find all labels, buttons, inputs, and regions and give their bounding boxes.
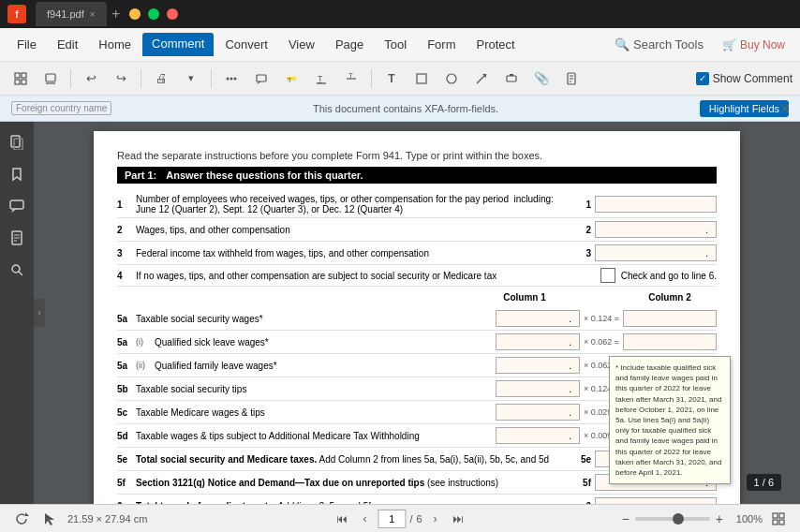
underline-tool[interactable]: T: [308, 66, 334, 92]
row-1-input[interactable]: [595, 196, 717, 213]
row-5ai-col2-input[interactable]: [623, 333, 717, 350]
row-6-input[interactable]: .: [595, 497, 717, 504]
show-comment-checkbox[interactable]: ✓: [696, 72, 709, 85]
row-5aii-sub: (ii): [136, 361, 155, 370]
undo-button[interactable]: ↩: [78, 66, 104, 92]
row-3-num-right: 3: [576, 248, 595, 259]
toolbar-icon-2[interactable]: [37, 66, 64, 92]
menu-comment[interactable]: Comment: [142, 33, 214, 56]
strikethrough-tool[interactable]: T: [338, 66, 364, 92]
maximize-button[interactable]: [148, 8, 159, 20]
part-label: Part 1:: [125, 170, 156, 181]
page-separator: /: [409, 513, 412, 525]
sidebar-attachments-icon[interactable]: [4, 225, 30, 251]
menu-form[interactable]: Form: [418, 34, 465, 55]
minimize-button[interactable]: [129, 8, 141, 20]
menu-page[interactable]: Page: [326, 34, 373, 55]
attach-tool[interactable]: 📎: [528, 66, 555, 92]
tab-close-icon[interactable]: ×: [90, 9, 96, 20]
prev-page-button[interactable]: ‹: [355, 510, 374, 528]
row-5c-label: Taxable Medicare wages & tips: [136, 407, 496, 418]
highlight-fields-button[interactable]: Highlight Fields: [700, 100, 789, 117]
pdf-viewer[interactable]: Read the separate instructions before yo…: [34, 122, 800, 504]
text-tool[interactable]: T: [378, 66, 405, 92]
cursor-tool-icon[interactable]: [39, 509, 60, 529]
menu-protect[interactable]: Protect: [467, 34, 524, 55]
fit-page-button[interactable]: [768, 509, 789, 529]
shape-tool-1[interactable]: [438, 66, 465, 92]
menu-home[interactable]: Home: [89, 34, 141, 55]
next-page-button[interactable]: ›: [426, 510, 445, 528]
first-page-button[interactable]: ⏮: [333, 510, 351, 528]
title-bar: f f941.pdf × +: [0, 0, 800, 28]
draw-tool[interactable]: [408, 66, 435, 92]
row-3-input[interactable]: .: [595, 244, 717, 261]
row-5ai-multiplier: × 0.062 =: [580, 337, 623, 347]
row-5c-col1-input[interactable]: .: [496, 404, 580, 421]
close-button[interactable]: [167, 8, 178, 20]
svg-rect-29: [10, 200, 23, 209]
new-tab-button[interactable]: +: [107, 5, 126, 23]
stamp-tool[interactable]: [498, 66, 525, 92]
row-5e-label: Total social security and Medicare taxes…: [136, 454, 576, 465]
svg-text:T: T: [288, 77, 292, 83]
sidebar-search-icon[interactable]: [4, 257, 30, 283]
row-1-num-right: 1: [576, 200, 595, 210]
menu-file[interactable]: File: [7, 34, 46, 55]
menu-tool[interactable]: Tool: [375, 34, 416, 55]
zoom-slider[interactable]: [635, 517, 710, 521]
svg-rect-4: [46, 74, 55, 81]
row-5aii-num: 5a: [117, 361, 136, 371]
svg-rect-40: [773, 520, 778, 525]
page-number-input[interactable]: [378, 510, 406, 528]
menu-edit[interactable]: Edit: [48, 34, 87, 55]
comment-tool-1[interactable]: [218, 66, 244, 92]
search-tools-button[interactable]: 🔍 Search Tools: [605, 34, 713, 55]
app-icon: f: [7, 5, 26, 23]
redo-button[interactable]: ↪: [108, 66, 134, 92]
status-right: − + 100%: [622, 509, 789, 529]
form-row-3: 3 Federal income tax withheld from wages…: [117, 242, 717, 265]
svg-text:T: T: [348, 72, 353, 80]
toolbar-icon-1[interactable]: [7, 66, 34, 92]
notification-bar: Foreign country name This document conta…: [0, 96, 800, 122]
row-5f-num-right: 5f: [576, 478, 595, 488]
svg-rect-0: [15, 73, 20, 78]
sidebar-bookmarks-icon[interactable]: [4, 161, 30, 187]
search-tools-label: Search Tools: [633, 37, 704, 52]
pdf-tab[interactable]: f941.pdf ×: [36, 2, 107, 26]
title-bar-left: f f941.pdf × +: [7, 2, 129, 26]
row-5d-col1-input[interactable]: .: [496, 427, 580, 444]
row-2-input[interactable]: .: [595, 221, 717, 238]
zoom-in-button[interactable]: +: [716, 511, 723, 526]
row-5b-col1-input[interactable]: .: [496, 380, 580, 397]
title-bar-right: [129, 8, 178, 20]
svg-point-7: [230, 77, 233, 80]
toolbar-icon-3[interactable]: ▾: [178, 66, 204, 92]
sidebar-comments-icon[interactable]: [4, 193, 30, 219]
highlight-tool[interactable]: T: [278, 66, 304, 92]
row-5a-col2-input[interactable]: [623, 310, 717, 327]
notification-close-icon[interactable]: ✕: [779, 101, 791, 116]
row-5a-col1-input[interactable]: .: [496, 310, 580, 327]
menu-view[interactable]: View: [279, 34, 324, 55]
row-5ai-sub: (i): [136, 337, 155, 347]
comment-tool-2[interactable]: [248, 66, 274, 92]
zoom-thumb[interactable]: [673, 513, 684, 525]
svg-rect-28: [14, 139, 22, 150]
markup-tool[interactable]: [558, 66, 585, 92]
last-page-button[interactable]: ⏭: [449, 510, 467, 528]
row-5aii-col1-input[interactable]: .: [496, 357, 580, 374]
row-4-checkbox[interactable]: [600, 268, 615, 283]
rotate-tool-icon[interactable]: [11, 509, 32, 529]
sidebar-pages-icon[interactable]: [4, 129, 30, 155]
row-6-num-right: 6: [576, 501, 595, 505]
row-5ai-col1-input[interactable]: .: [496, 333, 580, 350]
arrow-tool[interactable]: [468, 66, 495, 92]
zoom-out-button[interactable]: −: [622, 511, 630, 526]
svg-point-6: [227, 77, 230, 80]
menu-convert[interactable]: Convert: [215, 34, 277, 55]
sidebar-collapse-button[interactable]: ›: [34, 299, 45, 327]
print-button[interactable]: 🖨: [148, 66, 174, 92]
row-2-num-right: 2: [576, 225, 595, 235]
